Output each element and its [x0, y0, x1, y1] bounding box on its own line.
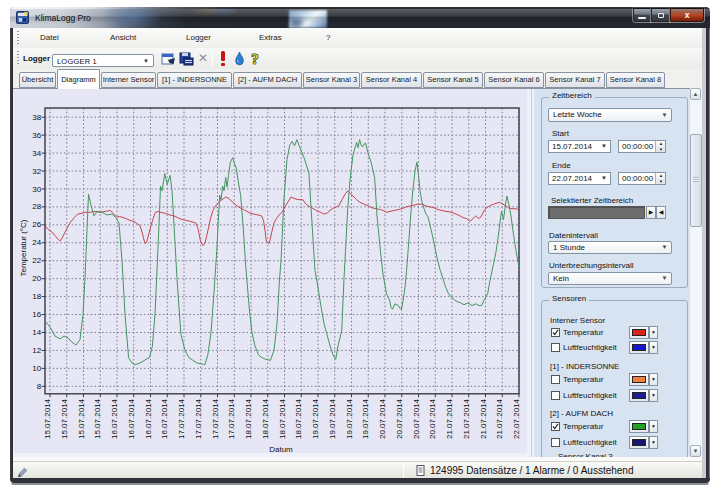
svg-text:32: 32 [32, 167, 41, 176]
svg-text:20.07.2014: 20.07.2014 [428, 398, 437, 439]
svg-text:18: 18 [32, 292, 41, 301]
svg-text:20.07.2014: 20.07.2014 [412, 398, 421, 439]
svg-text:17.07.2014: 17.07.2014 [227, 398, 236, 439]
svg-text:15.07.2014: 15.07.2014 [43, 398, 52, 439]
svg-text:14: 14 [32, 328, 41, 337]
svg-text:18.07.2014: 18.07.2014 [261, 398, 270, 439]
svg-text:21.07.2014: 21.07.2014 [445, 398, 454, 439]
svg-text:?: ? [251, 51, 259, 67]
svg-text:24: 24 [32, 238, 41, 247]
svg-text:Temperatur (°C): Temperatur (°C) [19, 219, 28, 276]
svg-text:16.07.2014: 16.07.2014 [110, 398, 119, 439]
svg-text:19.07.2014: 19.07.2014 [328, 398, 337, 439]
svg-text:16.07.2014: 16.07.2014 [127, 398, 136, 439]
svg-text:30: 30 [32, 185, 41, 194]
svg-text:21.07.2014: 21.07.2014 [462, 398, 471, 439]
svg-text:38: 38 [32, 113, 41, 122]
svg-text:34: 34 [32, 149, 41, 158]
svg-text:18.07.2014: 18.07.2014 [244, 398, 253, 439]
svg-text:16.07.2014: 16.07.2014 [160, 398, 169, 439]
svg-text:15.07.2014: 15.07.2014 [60, 398, 69, 439]
svg-text:19.07.2014: 19.07.2014 [345, 398, 354, 439]
svg-text:20: 20 [32, 274, 41, 283]
svg-text:18.07.2014: 18.07.2014 [294, 398, 303, 439]
svg-text:21.07.2014: 21.07.2014 [495, 398, 504, 439]
svg-text:17.07.2014: 17.07.2014 [211, 398, 220, 439]
svg-text:19.07.2014: 19.07.2014 [361, 398, 370, 439]
svg-text:15.07.2014: 15.07.2014 [93, 398, 102, 439]
svg-text:12: 12 [32, 346, 41, 355]
svg-text:20.07.2014: 20.07.2014 [395, 398, 404, 439]
svg-text:28: 28 [32, 202, 41, 211]
svg-text:8: 8 [37, 382, 42, 391]
svg-text:17.07.2014: 17.07.2014 [177, 398, 186, 439]
svg-text:16.07.2014: 16.07.2014 [144, 398, 153, 439]
svg-text:22.07.2014: 22.07.2014 [512, 398, 521, 439]
svg-text:10: 10 [32, 364, 41, 373]
svg-text:16: 16 [32, 310, 41, 319]
svg-text:Datum: Datum [269, 445, 293, 454]
svg-text:20.07.2014: 20.07.2014 [378, 398, 387, 439]
svg-text:22: 22 [32, 256, 41, 265]
svg-text:36: 36 [32, 131, 41, 140]
svg-text:15.07.2014: 15.07.2014 [77, 398, 86, 439]
svg-text:19.07.2014: 19.07.2014 [311, 398, 320, 439]
svg-text:21.07.2014: 21.07.2014 [479, 398, 488, 439]
svg-text:17.07.2014: 17.07.2014 [194, 398, 203, 439]
svg-text:18.07.2014: 18.07.2014 [278, 398, 287, 439]
svg-text:26: 26 [32, 220, 41, 229]
